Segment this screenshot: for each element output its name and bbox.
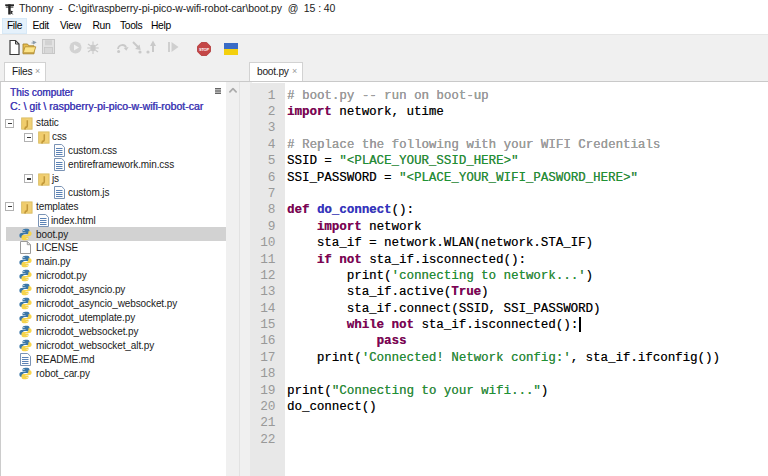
svg-text:STOP: STOP xyxy=(198,46,209,51)
